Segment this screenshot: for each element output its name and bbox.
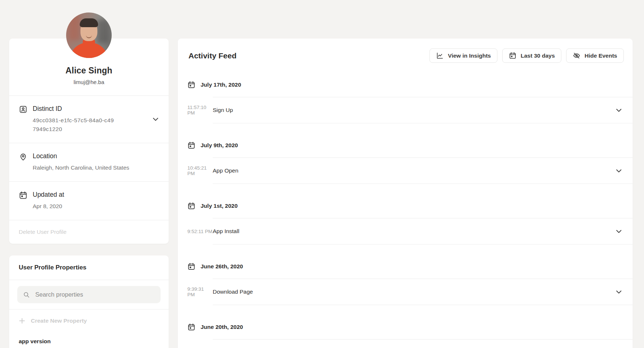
field-location: Location Raleigh, North Carolina, United…: [9, 143, 169, 181]
event-entry: 11:57:10 PM Sign Up: [178, 97, 633, 123]
last-30-days-button[interactable]: Last 30 days: [502, 48, 561, 63]
event-time: 9:52:11 PM: [187, 229, 213, 234]
date-group: July 1st, 2020 9:52:11 PM App Install: [178, 202, 633, 244]
user-email: limuj@he.ba: [18, 79, 160, 85]
property-name: app version: [19, 338, 159, 345]
divider: [213, 244, 633, 244]
date-heading: June 26th, 2020: [187, 262, 633, 271]
date-label: July 9th, 2020: [201, 142, 238, 149]
eye-off-icon: [573, 52, 580, 59]
distinct-id-value: 49cc0381-e1fc-57c5-84a0-c497949c1220: [33, 116, 116, 134]
event-row[interactable]: 10:45:21 PM App Open: [178, 158, 633, 184]
divider: [213, 339, 633, 340]
field-updated-at: Updated at Apr 8, 2020: [9, 181, 169, 220]
date-group: June 20th, 2020: [178, 323, 633, 340]
event-name: App Open: [213, 167, 238, 174]
chevron-down-icon[interactable]: [616, 109, 622, 112]
calendar-icon: [187, 202, 195, 210]
view-in-insights-label: View in Insights: [448, 52, 491, 59]
date-label: June 26th, 2020: [201, 263, 243, 270]
date-group: July 17th, 2020 11:57:10 PM Sign Up: [178, 81, 633, 123]
date-label: July 1st, 2020: [201, 203, 238, 209]
location-pin-icon: [19, 152, 28, 161]
id-badge-icon: [19, 105, 28, 114]
view-in-insights-button[interactable]: View in Insights: [429, 48, 497, 63]
date-heading: July 17th, 2020: [187, 81, 633, 89]
date-heading: July 9th, 2020: [187, 141, 633, 149]
chevron-down-icon[interactable]: [616, 290, 622, 294]
calendar-icon: [187, 262, 195, 271]
activity-feed-title: Activity Feed: [188, 51, 237, 60]
profile-card: Alice Singh limuj@he.ba Distinct ID 49cc…: [9, 39, 169, 244]
hide-events-button[interactable]: Hide Events: [566, 48, 624, 63]
calendar-icon: [187, 323, 195, 331]
event-time: 10:45:21 PM: [187, 165, 213, 176]
field-label: Location: [33, 152, 129, 160]
divider: [213, 123, 633, 123]
hide-events-label: Hide Events: [584, 52, 617, 59]
field-distinct-id: Distinct ID 49cc0381-e1fc-57c5-84a0-c497…: [9, 95, 169, 143]
property-item: app version 2.3: [9, 332, 169, 348]
event-name: Download Page: [213, 289, 253, 295]
location-value: Raleigh, North Carolina, United States: [33, 163, 129, 172]
search-properties-box[interactable]: [17, 286, 161, 303]
user-profile-properties-card: User Profile Properties Create New Prope…: [9, 255, 169, 348]
divider: [213, 184, 633, 184]
event-name: Sign Up: [213, 107, 233, 113]
date-heading: July 1st, 2020: [187, 202, 633, 210]
event-time: 11:57:10 PM: [187, 105, 213, 116]
create-new-property-button[interactable]: Create New Property: [9, 309, 169, 332]
properties-title: User Profile Properties: [9, 255, 169, 280]
date-label: July 17th, 2020: [201, 81, 241, 88]
chevron-down-icon[interactable]: [616, 169, 622, 173]
date-group: July 9th, 2020 10:45:21 PM App Open: [178, 141, 633, 184]
date-heading: June 20th, 2020: [187, 323, 633, 331]
updated-at-value: Apr 8, 2020: [33, 202, 64, 211]
event-entry: 9:39:31 PM Download Page: [178, 279, 633, 305]
field-label: Distinct ID: [33, 105, 116, 113]
divider: [213, 305, 633, 305]
user-name: Alice Singh: [18, 66, 160, 76]
delete-user-profile-button[interactable]: Delete User Profile: [9, 220, 169, 244]
avatar: [66, 12, 112, 58]
calendar-icon: [509, 52, 517, 59]
last-30-days-label: Last 30 days: [521, 52, 555, 59]
date-group: June 26th, 2020 9:39:31 PM Download Page: [178, 262, 633, 305]
calendar-icon: [19, 191, 28, 200]
event-entry: 10:45:21 PM App Open: [178, 158, 633, 184]
event-row[interactable]: 9:39:31 PM Download Page: [178, 279, 633, 305]
activity-feed-card: Activity Feed View in Insights: [178, 39, 633, 348]
date-label: June 20th, 2020: [201, 324, 243, 330]
field-label: Updated at: [33, 191, 64, 199]
chevron-down-icon[interactable]: [153, 118, 158, 121]
event-row[interactable]: 11:57:10 PM Sign Up: [178, 97, 633, 123]
profile-sidebar: Alice Singh limuj@he.ba Distinct ID 49cc…: [9, 39, 169, 348]
chevron-down-icon[interactable]: [616, 230, 622, 233]
search-properties-input[interactable]: [35, 291, 155, 298]
event-time: 9:39:31 PM: [187, 286, 213, 297]
activity-feed-list: July 17th, 2020 11:57:10 PM Sign Up July…: [178, 81, 633, 340]
calendar-icon: [187, 141, 195, 149]
calendar-icon: [187, 81, 195, 89]
event-name: App Install: [213, 228, 239, 235]
search-icon: [23, 291, 30, 298]
event-entry: 9:52:11 PM App Install: [178, 218, 633, 244]
plus-icon: [19, 318, 25, 324]
line-chart-icon: [436, 52, 444, 59]
create-new-property-label: Create New Property: [31, 318, 87, 324]
event-row[interactable]: 9:52:11 PM App Install: [178, 218, 633, 244]
